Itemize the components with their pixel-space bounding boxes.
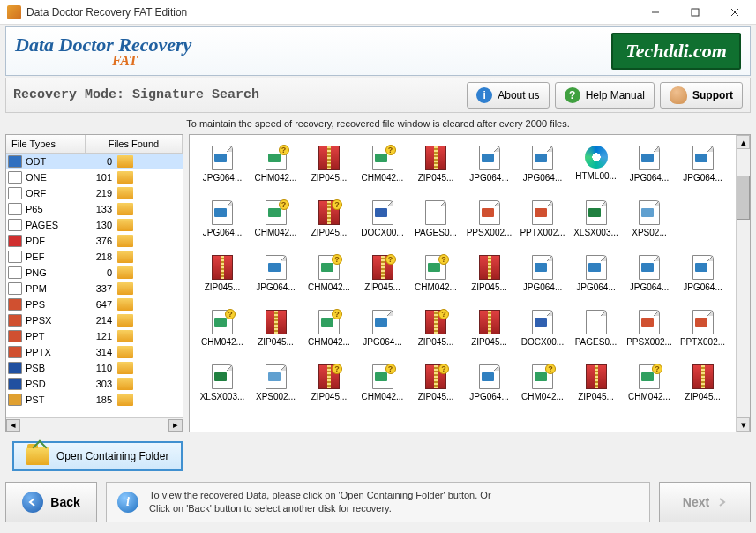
file-item[interactable]: XPS02... bbox=[624, 200, 675, 237]
help-button[interactable]: ? Help Manual bbox=[555, 82, 655, 109]
file-item[interactable]: ?CHM042... bbox=[251, 146, 302, 183]
info-icon: i bbox=[117, 492, 138, 513]
file-icon bbox=[532, 255, 553, 280]
file-item[interactable]: ?CHM042... bbox=[251, 200, 302, 237]
file-item[interactable]: XLSX003... bbox=[571, 200, 622, 237]
file-label: PAGES0... bbox=[571, 337, 622, 347]
file-type-row[interactable]: PPTX 314 bbox=[6, 344, 183, 360]
file-item[interactable]: DOCX00... bbox=[357, 200, 408, 237]
file-item[interactable]: ZIP045... bbox=[303, 146, 355, 183]
file-item[interactable]: ?ZIP045... bbox=[303, 364, 355, 402]
horizontal-scrollbar[interactable]: ◂ ▸ bbox=[6, 417, 183, 432]
file-type-row[interactable]: PSB 110 bbox=[6, 360, 183, 376]
file-item[interactable]: ?CHM042... bbox=[357, 364, 408, 402]
file-type-row[interactable]: P65 133 bbox=[6, 201, 183, 217]
hint-box: i To view the recovered Data, please cli… bbox=[106, 482, 650, 522]
file-type-row[interactable]: PEF 218 bbox=[6, 249, 183, 265]
file-item[interactable]: PPSX002... bbox=[464, 200, 515, 237]
file-label: CHM042... bbox=[251, 173, 302, 183]
file-type-row[interactable]: PPT 121 bbox=[6, 328, 183, 344]
file-type-row[interactable]: PST 185 bbox=[6, 392, 183, 408]
file-type-row[interactable]: ONE 101 bbox=[6, 169, 183, 185]
file-item[interactable]: JPG064... bbox=[677, 255, 729, 292]
file-item[interactable]: ?CHM042... bbox=[517, 364, 568, 402]
scroll-left-button[interactable]: ◂ bbox=[6, 419, 20, 432]
file-types-list[interactable]: ODT 0 ONE 101 ORF 219 P65 133 PAGES 130 … bbox=[6, 154, 183, 417]
file-item[interactable]: JPG064... bbox=[571, 255, 622, 292]
zip-icon: ? bbox=[318, 200, 340, 225]
file-item[interactable]: XPS002... bbox=[251, 364, 302, 402]
file-item[interactable]: ZIP045... bbox=[464, 255, 515, 292]
next-button[interactable]: Next bbox=[659, 482, 751, 522]
app-icon bbox=[7, 5, 21, 19]
file-item[interactable]: PPSX002... bbox=[624, 310, 675, 347]
file-item[interactable]: ?CHM042... bbox=[197, 310, 248, 347]
scroll-down-button[interactable]: ▾ bbox=[737, 417, 750, 432]
file-item[interactable]: ZIP045... bbox=[251, 310, 302, 347]
file-item[interactable]: JPG064... bbox=[677, 146, 729, 183]
file-item[interactable]: PPTX002... bbox=[677, 310, 729, 347]
file-type-row[interactable]: PPM 337 bbox=[6, 281, 183, 297]
file-item[interactable]: PAGES0... bbox=[410, 200, 461, 237]
about-button[interactable]: i About us bbox=[467, 82, 549, 109]
vertical-scrollbar[interactable]: ▴ ▾ bbox=[736, 135, 750, 432]
file-type-row[interactable]: ORF 219 bbox=[6, 185, 183, 201]
maximize-button[interactable] bbox=[675, 1, 715, 24]
file-item[interactable]: ?CHM042... bbox=[303, 310, 355, 347]
file-item[interactable]: ?ZIP045... bbox=[410, 310, 461, 347]
minimize-button[interactable] bbox=[635, 1, 675, 24]
file-grid[interactable]: JPG064...?CHM042...ZIP045...?CHM042...ZI… bbox=[190, 135, 736, 432]
file-types-header: File Types Files Found bbox=[6, 135, 183, 154]
folder-icon bbox=[117, 251, 133, 263]
file-item[interactable]: PPTX002... bbox=[517, 200, 568, 237]
file-item[interactable]: JPG064... bbox=[624, 146, 675, 183]
col-files-found[interactable]: Files Found bbox=[86, 135, 183, 153]
file-label: ZIP045... bbox=[357, 282, 408, 292]
col-file-types[interactable]: File Types bbox=[6, 135, 86, 153]
file-item[interactable]: ZIP045... bbox=[197, 255, 248, 292]
file-item[interactable]: ?CHM042... bbox=[410, 255, 461, 292]
file-item[interactable]: JPG064... bbox=[251, 255, 302, 292]
file-item[interactable]: ?ZIP045... bbox=[303, 200, 355, 237]
file-item[interactable]: HTML00... bbox=[571, 146, 622, 183]
file-item[interactable]: ?CHM042... bbox=[624, 364, 675, 402]
support-button[interactable]: Support bbox=[660, 82, 743, 109]
file-item[interactable]: ?ZIP045... bbox=[410, 364, 461, 402]
file-type-row[interactable]: PNG 0 bbox=[6, 265, 183, 281]
file-label: CHM042... bbox=[197, 337, 248, 347]
file-type-row[interactable]: PAGES 130 bbox=[6, 217, 183, 233]
file-item[interactable]: JPG064... bbox=[624, 255, 675, 292]
back-button[interactable]: Back bbox=[5, 482, 97, 522]
file-item[interactable]: JPG064... bbox=[197, 146, 248, 183]
file-item[interactable]: ZIP045... bbox=[571, 364, 622, 402]
file-icon bbox=[425, 200, 446, 225]
file-item[interactable]: ZIP045... bbox=[464, 310, 515, 347]
file-label: JPG064... bbox=[251, 282, 302, 292]
file-item[interactable]: DOCX00... bbox=[517, 310, 568, 347]
file-item[interactable]: JPG064... bbox=[464, 146, 515, 183]
file-item[interactable]: JPG064... bbox=[464, 364, 515, 402]
file-type-row[interactable]: ODT 0 bbox=[6, 154, 183, 169]
file-type-row[interactable]: PSD 303 bbox=[6, 376, 183, 392]
file-icon bbox=[212, 200, 233, 225]
file-item[interactable]: PAGES0... bbox=[571, 310, 622, 347]
close-button[interactable] bbox=[715, 1, 754, 24]
file-item[interactable]: JPG064... bbox=[517, 255, 568, 292]
file-item[interactable]: XLSX003... bbox=[197, 364, 248, 402]
file-type-row[interactable]: PPS 647 bbox=[6, 297, 183, 312]
file-item[interactable]: JPG064... bbox=[197, 200, 248, 237]
file-item[interactable]: ?CHM042... bbox=[303, 255, 355, 292]
file-type-row[interactable]: PDF 376 bbox=[6, 233, 183, 249]
file-type-row[interactable]: PPSX 214 bbox=[6, 312, 183, 328]
file-item[interactable]: JPG064... bbox=[357, 310, 408, 347]
file-item[interactable]: JPG064... bbox=[517, 146, 568, 183]
file-item[interactable]: ?CHM042... bbox=[357, 146, 408, 183]
scroll-thumb[interactable] bbox=[737, 176, 750, 220]
file-item[interactable]: ZIP045... bbox=[410, 146, 461, 183]
file-item[interactable]: ?ZIP045... bbox=[357, 255, 408, 292]
scroll-right-button[interactable]: ▸ bbox=[168, 419, 183, 432]
person-icon bbox=[670, 86, 687, 104]
scroll-up-button[interactable]: ▴ bbox=[737, 135, 750, 149]
open-containing-folder-button[interactable]: Open Containing Folder bbox=[12, 441, 183, 471]
file-item[interactable]: ZIP045... bbox=[677, 364, 729, 402]
